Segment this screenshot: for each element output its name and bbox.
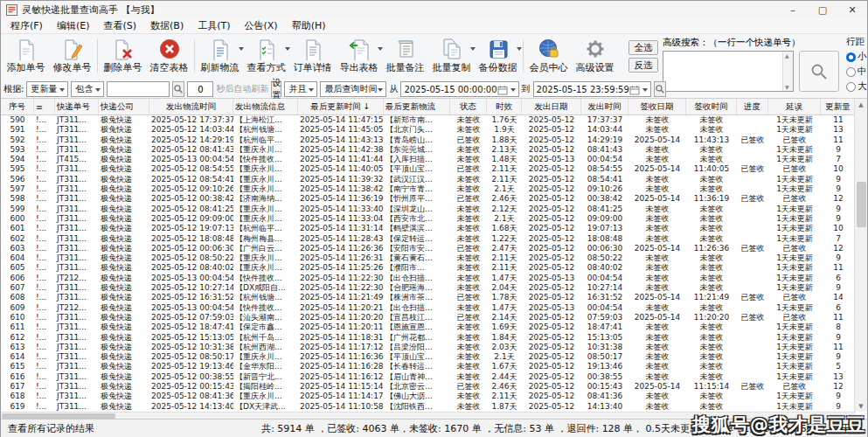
col-header-first-scan-time[interactable]: 发出物流时间 — [149, 99, 233, 114]
table-row[interactable]: 606!...JT212...极兔快递2025-05-13 00:04:54【快… — [1, 274, 856, 283]
table-row[interactable]: 609!...JT212...极兔快递2025-05-13 00:04:54【快… — [1, 303, 856, 313]
view-mode-button[interactable]: 查看方式 — [243, 36, 289, 80]
table-row[interactable]: 593!...JT311...极兔快递2025-05-12 08:41:43【重… — [1, 145, 856, 155]
batch-copy-button[interactable]: 批量复制 — [428, 36, 475, 80]
table-row[interactable]: 601!...JT311...极兔快递2025-05-12 19:07:13【杭… — [1, 224, 856, 233]
table-row[interactable]: 610!...JT311...极兔快递2025-05-12 07:59:03【汕… — [1, 313, 856, 323]
delete-tracking-button[interactable]: 删除单号 — [100, 36, 146, 80]
line-spacing-option-medium[interactable]: 中 — [846, 66, 868, 78]
table-row[interactable]: 596!...JT311...极兔快递2025-05-12 08:54:41【重… — [1, 175, 856, 184]
table-row[interactable]: 594!...JT415...极兔快递2025-05-13 00:04:54【快… — [1, 155, 856, 164]
advanced-search-textarea[interactable] — [663, 52, 782, 89]
col-header-delay[interactable]: 延误 — [768, 99, 821, 114]
advanced-settings-button[interactable]: 高级设置 — [572, 36, 618, 80]
export-table-button[interactable]: 导出表格 — [336, 36, 382, 80]
col-header-duration[interactable]: 时效 — [487, 99, 522, 114]
scroll-down-icon[interactable]: ▼ — [785, 84, 789, 90]
table-row[interactable]: 617!...JT311...极兔快递2025-05-12 00:15:43【揭… — [1, 382, 856, 392]
col-header-seq[interactable]: 序号 — [1, 99, 34, 114]
table-row[interactable]: 608!...JT311...极兔快递2025-05-12 16:31:52【杭… — [1, 293, 856, 302]
select-all-button[interactable]: 全选 — [628, 40, 658, 55]
backup-data-button[interactable]: 备份数据 — [475, 36, 521, 80]
date-from-input[interactable]: 2025-05-15 00:00:00 — [400, 81, 518, 97]
filter-field-combo[interactable]: 更新量 — [26, 81, 68, 97]
add-tracking-button[interactable]: 添加单号 — [3, 36, 49, 80]
col-header-courier[interactable]: 快递公司 — [99, 99, 149, 114]
table-row[interactable]: 591!...JT311...极兔快递2025-05-12 14:03:44【杭… — [1, 125, 856, 135]
radio-icon[interactable] — [846, 67, 856, 77]
scrollbar-thumb[interactable] — [2, 413, 115, 419]
close-button[interactable]: ✕ — [837, 2, 867, 18]
filter-search-button[interactable] — [172, 81, 184, 97]
menu-data[interactable]: 数据(B) — [144, 18, 190, 33]
table-row[interactable]: 615!...JT311...极兔快递2025-05-12 19:13:46【金… — [1, 362, 856, 371]
col-header-status[interactable]: 状态 — [450, 99, 487, 114]
refresh-seconds-input[interactable] — [187, 81, 213, 97]
table-row[interactable]: 611!...JT311...极兔快递2025-05-12 18:47:41【保… — [1, 323, 856, 332]
edit-tracking-button[interactable]: 修改单号 — [49, 36, 95, 80]
table-row[interactable]: 592!...JT311...极兔快递2025-05-12 14:29:19【杭… — [1, 135, 856, 145]
refresh-logistics-button[interactable]: 刷新物流 — [197, 36, 243, 80]
clear-table-button[interactable]: 清空表格 — [146, 36, 192, 80]
table-row[interactable]: 619!...JT311...极兔快递2025-05-12 14:13:40【D… — [1, 402, 856, 412]
table-row[interactable]: 616!...JT311...极兔快递2025-05-12 00:38:55【新… — [1, 372, 856, 382]
table-row[interactable]: 595!...JT311...极兔快递2025-05-12 08:54:55【重… — [1, 164, 856, 174]
col-header-ship-time[interactable]: 发出时间 — [581, 99, 628, 114]
maximize-button[interactable]: ▢ — [808, 2, 837, 18]
table-row[interactable]: 605!...JT311...极兔快递2025-05-12 08:40:02【重… — [1, 263, 856, 273]
minimize-button[interactable]: – — [778, 2, 808, 18]
filter-operator-combo[interactable]: 包含 — [71, 81, 104, 97]
table-row[interactable]: 599!...JT311...极兔快递2025-05-12 08:41:25【重… — [1, 205, 856, 214]
col-header-tracking-no[interactable]: 快递单号 — [55, 99, 99, 114]
settings-button[interactable]: 设置 — [271, 81, 281, 97]
vertical-scrollbar[interactable]: ▲ ▼ — [854, 99, 867, 412]
order-detail-button[interactable]: 订单详情 — [289, 36, 336, 80]
col-header-sign-date[interactable]: 签收日期 — [628, 99, 686, 114]
table-row[interactable]: 590!...JT311...极兔快递2025-05-12 17:37:37【上… — [1, 115, 856, 125]
table-row[interactable]: 618!...JT311...极兔快递2025-05-12 08:41:36【重… — [1, 392, 856, 401]
line-spacing-option-large[interactable]: 大 — [846, 80, 868, 93]
join-combo[interactable]: 并且 — [284, 81, 317, 97]
batch-note-button[interactable]: 批量备注 — [382, 36, 428, 80]
radio-icon[interactable] — [846, 82, 856, 92]
table-row[interactable]: 613!...JT311...极兔快递2025-05-12 10:31:38【杭… — [1, 343, 856, 352]
date-to-input[interactable]: 2025-05-15 23:59:59 — [533, 81, 651, 97]
table-row[interactable]: 614!...JT311...极兔快递2025-05-12 08:50:17【重… — [1, 352, 856, 362]
time-field-combo[interactable]: 最后查询时间 — [320, 81, 386, 97]
invert-selection-button[interactable]: 反选 — [628, 58, 658, 73]
scroll-down-icon[interactable]: ▼ — [855, 400, 867, 412]
table-row[interactable]: 597!...JT311...极兔快递2025-05-12 09:10:26【重… — [1, 184, 856, 194]
table-row[interactable]: 612!...JT311...极兔快递2025-05-12 15:13:05【杭… — [1, 333, 856, 343]
menu-announcement[interactable]: 公告(X) — [239, 18, 284, 33]
advanced-search-button[interactable] — [799, 51, 839, 92]
scroll-up-icon[interactable]: ▲ — [855, 99, 867, 110]
table-row[interactable]: 603!...JT311...极兔快递2025-05-12 00:06:30【广… — [1, 244, 856, 253]
col-header-first-scan-info[interactable]: 发出物流信息 — [233, 99, 298, 114]
col-header-update-count[interactable]: 更新量 — [821, 99, 856, 114]
table-row[interactable]: 602!...JT311...极兔快递2025-05-12 18:08:48【梅… — [1, 234, 856, 244]
scroll-up-icon[interactable]: ▲ — [785, 52, 789, 59]
col-header-ship-date[interactable]: 发出日期 — [522, 99, 581, 114]
menu-view[interactable]: 查看(S) — [97, 18, 142, 33]
scrollbar-thumb[interactable] — [857, 182, 866, 227]
table-row[interactable]: 604!...JT311...极兔快递2025-05-12 08:50:22【重… — [1, 253, 856, 263]
menu-edit[interactable]: 编辑(E) — [51, 18, 96, 33]
line-spacing-option-small[interactable]: 小 — [846, 51, 868, 63]
menu-tools[interactable]: 工具(T) — [191, 18, 236, 33]
chevron-down-icon[interactable] — [510, 88, 516, 92]
table-row[interactable]: 607!...JT311...极兔快递2025-05-12 10:27:14【D… — [1, 283, 856, 293]
table-row[interactable]: 600!...JT311...极兔快递2025-05-12 09:09:00【重… — [1, 214, 856, 224]
member-center-button[interactable]: 会员中心 — [525, 36, 572, 80]
dropdown-arrow-icon[interactable] — [517, 47, 522, 51]
advanced-search-scrollbar[interactable]: ▲▼ — [782, 52, 793, 91]
col-header-last-update-time[interactable]: 最后更新时间 ↓ — [298, 99, 384, 114]
table-row[interactable]: 598!...JT311...极兔快递2025-05-12 00:38:42【济… — [1, 194, 856, 204]
filter-keyword-input[interactable] — [107, 81, 170, 97]
col-header-flag[interactable]: ≡ — [34, 99, 55, 114]
chevron-down-icon[interactable] — [642, 88, 648, 92]
col-header-last-update-info[interactable]: 最后更新物流 — [384, 99, 450, 114]
menu-help[interactable]: 帮助(H) — [286, 18, 332, 33]
date-search-button[interactable] — [654, 81, 666, 97]
radio-selected-icon[interactable] — [846, 52, 856, 62]
col-header-progress[interactable]: 进度 — [737, 99, 768, 114]
